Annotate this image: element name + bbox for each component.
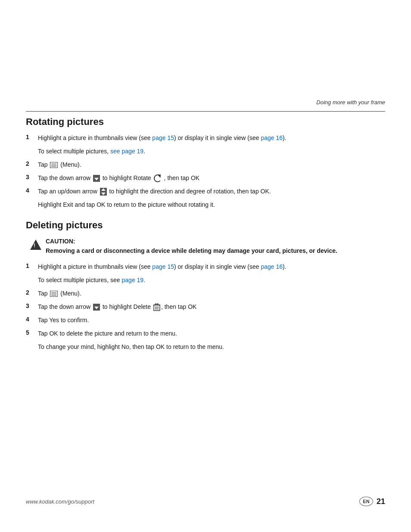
link-page-16-rotate[interactable]: page 16 bbox=[261, 134, 283, 141]
deleting-step-1-content: Highlight a picture in thumbnails view (… bbox=[38, 262, 385, 271]
step-number-2-delete: 2 bbox=[26, 289, 34, 296]
link-page-15-delete[interactable]: page 15 bbox=[152, 263, 174, 270]
menu-icon-delete-step2 bbox=[50, 291, 58, 297]
trash-svg bbox=[153, 303, 160, 311]
rotating-step-4: 4 Tap an up/down arrow to highlight the … bbox=[26, 187, 385, 196]
svg-rect-2 bbox=[156, 303, 158, 305]
lang-badge: EN bbox=[359, 497, 373, 506]
step-number-1: 1 bbox=[26, 134, 34, 140]
link-page-16-delete[interactable]: page 16 bbox=[261, 263, 283, 270]
deleting-step-4-content: Tap Yes to confirm. bbox=[38, 316, 385, 325]
updown-arrow-icon bbox=[100, 188, 107, 196]
step-number-2-rotate: 2 bbox=[26, 160, 34, 167]
deleting-step-3-content: Tap the down arrow to highlight Delete ,… bbox=[38, 302, 385, 311]
rotating-step-2: 2 Tap (Menu). bbox=[26, 160, 385, 169]
step-number-4-rotate: 4 bbox=[26, 187, 34, 194]
deleting-sub-note-1: To select multiple pictures, see page 19… bbox=[38, 276, 385, 285]
step-number-4-delete: 4 bbox=[26, 316, 34, 323]
page-header-right: Doing more with your frame bbox=[316, 99, 385, 106]
footer: www.kodak.com/go/support EN 21 bbox=[26, 497, 385, 506]
deleting-step-1: 1 Highlight a picture in thumbnails view… bbox=[26, 262, 385, 271]
deleting-step-2-content: Tap (Menu). bbox=[38, 289, 385, 298]
deleting-step-4: 4 Tap Yes to confirm. bbox=[26, 316, 385, 325]
rotating-section-title: Rotating pictures bbox=[26, 116, 385, 128]
rotating-step-3-content: Tap the down arrow to highlight Rotate ,… bbox=[38, 174, 385, 183]
rotating-step-1-content: Highlight a picture in thumbnails view (… bbox=[38, 134, 385, 143]
deleting-step-5-note: To change your mind, highlight No, then … bbox=[38, 342, 385, 352]
rotating-step-4-note: Highlight Exit and tap OK to return to t… bbox=[38, 200, 385, 209]
rotating-step-3: 3 Tap the down arrow to highlight Rotate… bbox=[26, 174, 385, 183]
deleting-section-title: Deleting pictures bbox=[26, 220, 385, 231]
caution-triangle-icon bbox=[30, 240, 41, 250]
rotating-step-1: 1 Highlight a picture in thumbnails view… bbox=[26, 134, 385, 143]
page-container: Doing more with your frame Rotating pict… bbox=[0, 0, 411, 532]
rotating-sub-note-1: To select multiple pictures, see page 19… bbox=[38, 147, 385, 156]
menu-icon-rotate-step2 bbox=[50, 162, 58, 168]
caution-body: Removing a card or disconnecting a devic… bbox=[46, 246, 385, 255]
step-number-5-delete: 5 bbox=[26, 329, 34, 336]
link-page-19-rotate[interactable]: see page 19 bbox=[110, 148, 143, 155]
step-number-1-delete: 1 bbox=[26, 262, 34, 269]
caution-title: CAUTION: bbox=[46, 238, 385, 245]
link-page-19-delete[interactable]: page 19 bbox=[122, 277, 144, 283]
caution-text-block: CAUTION: Removing a card or disconnectin… bbox=[46, 238, 385, 255]
down-arrow-icon-delete bbox=[93, 304, 100, 311]
deleting-step-3: 3 Tap the down arrow to highlight Delete… bbox=[26, 302, 385, 311]
step-number-3-delete: 3 bbox=[26, 302, 34, 309]
content-area: Rotating pictures 1 Highlight a picture … bbox=[26, 116, 385, 356]
rotate-icon bbox=[154, 174, 162, 182]
link-page-15-rotate[interactable]: page 15 bbox=[152, 134, 174, 141]
rotating-step-2-content: Tap (Menu). bbox=[38, 160, 385, 169]
rotating-step-4-content: Tap an up/down arrow to highlight the di… bbox=[38, 187, 385, 196]
footer-page: EN 21 bbox=[359, 497, 385, 506]
top-rule bbox=[26, 111, 385, 112]
down-arrow-icon-rotate bbox=[93, 175, 100, 182]
step-number-3-rotate: 3 bbox=[26, 174, 34, 180]
deleting-step-5: 5 Tap OK to delete the picture and retur… bbox=[26, 329, 385, 338]
caution-icon bbox=[30, 240, 41, 251]
caution-box: CAUTION: Removing a card or disconnectin… bbox=[26, 238, 385, 255]
deleting-step-5-content: Tap OK to delete the picture and return … bbox=[38, 329, 385, 338]
footer-url: www.kodak.com/go/support bbox=[26, 498, 94, 505]
page-number: 21 bbox=[377, 497, 385, 506]
deleting-step-2: 2 Tap (Menu). bbox=[26, 289, 385, 298]
trash-icon bbox=[153, 303, 160, 311]
